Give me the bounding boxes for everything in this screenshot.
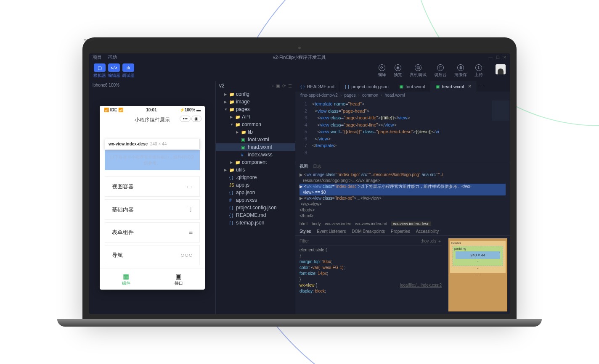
action-preview[interactable]: ◉预览: [394, 64, 402, 78]
tree-node[interactable]: JSapp.js: [216, 181, 295, 189]
breadcrumb-item[interactable]: common: [362, 93, 378, 98]
tree-node[interactable]: { }.gitignore: [216, 174, 295, 181]
breadcrumb-item[interactable]: head.wxml: [385, 93, 405, 98]
tree-node[interactable]: ▶📁component: [216, 158, 295, 166]
tree-node[interactable]: ▣foot.wxml: [216, 136, 295, 143]
more-icon[interactable]: •••: [180, 116, 191, 122]
phone-preview: 📶 IDE 📶 10:01 ⚡100% ▬ 小程序组件展示 •••◉ wx-vi…: [100, 106, 205, 290]
tree-node[interactable]: #index.wxss: [216, 151, 295, 158]
action-background[interactable]: ▢切后台: [434, 64, 447, 78]
devtools-tab[interactable]: 视图: [300, 164, 308, 169]
devtools-subtab[interactable]: Styles: [300, 229, 311, 234]
close-icon[interactable]: ✕: [503, 55, 506, 60]
list-item[interactable]: 基础内容𝕋: [105, 199, 200, 220]
item-icon: ▭: [186, 182, 193, 190]
ide-window: 项目 帮助 v2-FinClip小程序开发工具 — ☐ ✕ ▢模拟器 </>编辑…: [89, 53, 510, 314]
list-item[interactable]: 导航○○○: [105, 245, 200, 265]
tabbar-api[interactable]: ▣接口: [152, 269, 205, 290]
app-title: 小程序组件展示: [135, 117, 170, 123]
devtools-subtab[interactable]: Event Listeners: [317, 229, 346, 234]
action-remote-debug[interactable]: ▤真机调试: [410, 64, 427, 78]
tree-node[interactable]: ▣head.wxml: [216, 143, 295, 151]
breadcrumb-item[interactable]: fino-applet-demo-v2: [300, 93, 338, 98]
new-file-icon[interactable]: ▫: [272, 84, 273, 88]
dom-path-item[interactable]: body: [312, 222, 321, 226]
folder-icon: 📁: [235, 115, 240, 119]
editor-tab[interactable]: { }project.config.json: [340, 81, 394, 92]
minimap[interactable]: [492, 100, 509, 134]
folder-icon: 📁: [241, 130, 246, 135]
window-title: v2-FinClip小程序开发工具: [273, 54, 326, 61]
file-icon: { }: [300, 84, 305, 89]
dom-tree[interactable]: ▶ <wx-image class="index-logo" src="../r…: [295, 171, 510, 220]
minimize-icon[interactable]: —: [488, 55, 493, 60]
devtools: 视图日志 ▶ <wx-image class="index-logo" src=…: [295, 162, 510, 314]
toolbar: ▢模拟器 </>编辑器 ılı调试器 ⟳编译 ◉预览 ▤真机调试 ▢切后台 🗑清…: [89, 61, 510, 81]
tab-debugger[interactable]: ılı调试器: [122, 63, 135, 79]
refresh-icon[interactable]: ⟳: [282, 84, 286, 88]
collapse-icon[interactable]: ☰: [288, 84, 292, 88]
tree-node[interactable]: { }README.md: [216, 211, 295, 219]
tree-node[interactable]: ▶📁image: [216, 98, 295, 106]
more-tabs-icon[interactable]: ⋯: [477, 81, 488, 92]
dom-path-item[interactable]: wx-view.index: [325, 222, 351, 226]
code-editor[interactable]: 1<template name="head">2 <view class="pa…: [295, 99, 510, 162]
dom-path-item[interactable]: html: [300, 222, 307, 226]
styles-filter[interactable]: Filter: [300, 238, 309, 244]
tree-node[interactable]: ▶📁API: [216, 113, 295, 121]
tree-node[interactable]: #app.wxss: [216, 196, 295, 204]
styles-hov-cls[interactable]: :hov .cls ＋: [421, 238, 442, 244]
tree-node[interactable]: ▼📁common: [216, 121, 295, 128]
editor-tab[interactable]: ▣head.wxml✕: [430, 81, 477, 92]
list-item[interactable]: 表单组件≡: [105, 222, 200, 243]
maximize-icon[interactable]: ☐: [496, 55, 500, 60]
menu-project[interactable]: 项目: [93, 54, 102, 61]
tree-node[interactable]: { }project.config.json: [216, 204, 295, 211]
tree-node[interactable]: ▶📁config: [216, 90, 295, 98]
action-compile[interactable]: ⟳编译: [378, 64, 386, 78]
tree-node[interactable]: { }sitemap.json: [216, 219, 295, 227]
item-icon: 𝕋: [188, 206, 193, 214]
inspect-tooltip: wx-view.index-desc240 × 44: [105, 139, 200, 149]
styles-pane[interactable]: Filter :hov .cls ＋ element.style {}</spa…: [295, 236, 446, 314]
tree-node[interactable]: ▶📁lib: [216, 128, 295, 136]
simulator-device-label: iphone6 100%: [89, 81, 215, 89]
css-icon: #: [241, 153, 246, 157]
editor-tab[interactable]: { }README.md: [295, 81, 340, 92]
folder-icon: 📁: [229, 168, 234, 172]
tab-simulator[interactable]: ▢模拟器: [93, 63, 106, 79]
breadcrumb: fino-applet-demo-v2›pages›common›head.wx…: [295, 92, 510, 99]
tree-node[interactable]: { }app.json: [216, 189, 295, 196]
target-icon[interactable]: ◉: [191, 116, 201, 122]
tree-root-label[interactable]: v2: [219, 83, 225, 89]
file-explorer: v2 ▫ ▣ ⟳ ☰ ▶📁config▶📁image▼📁pages▶📁API▼📁…: [215, 81, 295, 314]
item-icon: ≡: [189, 229, 193, 236]
grid-icon: ▦: [103, 272, 149, 280]
breadcrumb-item[interactable]: pages: [344, 93, 355, 98]
new-folder-icon[interactable]: ▣: [276, 84, 280, 88]
devtools-subtab[interactable]: Properties: [391, 229, 410, 234]
menu-help[interactable]: 帮助: [108, 54, 117, 61]
action-clear-cache[interactable]: 🗑清缓存: [454, 64, 467, 78]
tree-node[interactable]: ▼📁pages: [216, 106, 295, 113]
close-tab-icon[interactable]: ✕: [468, 84, 472, 89]
item-icon: ○○○: [180, 251, 193, 259]
list-item[interactable]: 视图容器▭: [105, 176, 200, 197]
devtools-tab[interactable]: 日志: [313, 164, 321, 169]
dom-breadcrumb: htmlbodywx-view.indexwx-view.index-hdwx-…: [295, 220, 510, 227]
editor-tab[interactable]: ▣foot.wxml: [394, 81, 430, 92]
dom-path-item[interactable]: wx-view.index-hd: [355, 222, 387, 226]
box-model: margin 10 border- padding- 240 × 44 -: [448, 238, 507, 311]
devtools-subtab[interactable]: DOM Breakpoints: [352, 229, 385, 234]
tree-node[interactable]: ▶📁utils: [216, 166, 295, 174]
highlighted-element: 以下将展示小程序官方组件能力，组件样式仅供参考。: [105, 150, 200, 170]
tab-editor[interactable]: </>编辑器: [108, 63, 120, 79]
user-avatar[interactable]: [496, 64, 506, 74]
tabbar-component[interactable]: ▦组件: [100, 269, 152, 290]
devtools-subtab[interactable]: Accessibility: [416, 229, 439, 234]
action-upload[interactable]: ↥上传: [474, 64, 483, 78]
md-icon: { }: [229, 221, 234, 225]
editor-panel: { }README.md{ }project.config.json▣foot.…: [295, 81, 510, 314]
status-time: 10:01: [146, 108, 157, 112]
dom-path-item[interactable]: wx-view.index-desc: [391, 222, 431, 226]
